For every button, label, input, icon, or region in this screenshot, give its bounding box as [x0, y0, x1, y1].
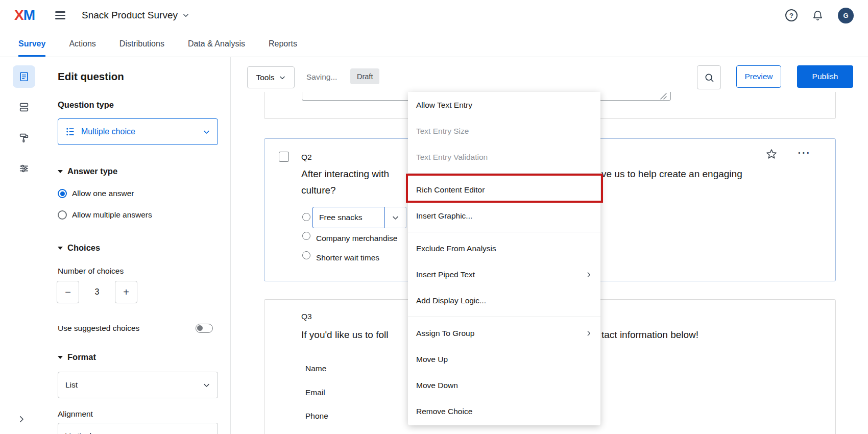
q2-choice3-radio[interactable] — [302, 251, 310, 259]
menu-item-remove-choice[interactable]: Remove Choice — [408, 398, 600, 424]
hamburger-menu-icon[interactable] — [55, 11, 65, 19]
survey-title-dropdown[interactable]: Snack Product Survey — [82, 10, 189, 21]
q2-text-start: After interacting with — [301, 168, 389, 180]
sidebar-item-builder[interactable] — [13, 65, 35, 88]
q3-text-end: tact information below! — [601, 329, 698, 341]
more-options-icon[interactable]: ⋯ — [797, 146, 810, 159]
format-dropdown[interactable]: List — [58, 372, 218, 398]
q2-select-checkbox[interactable] — [279, 152, 289, 162]
edit-question-panel: Edit question Question type Multiple cho… — [49, 57, 231, 434]
sidebar-item-survey-options[interactable] — [13, 157, 35, 180]
survey-options-icon — [18, 163, 30, 174]
use-suggested-choices-toggle[interactable] — [196, 324, 213, 333]
alignment-dropdown[interactable]: Vertical — [58, 423, 218, 434]
q2-choice1-dropdown-button[interactable] — [385, 207, 406, 228]
collapse-caret-icon — [58, 247, 63, 250]
logo-letter-x: X — [14, 7, 23, 23]
use-suggested-choices-label: Use suggested choices — [58, 324, 139, 333]
radio-icon — [58, 210, 67, 220]
menu-divider — [408, 232, 600, 232]
xm-logo: X M — [14, 7, 35, 23]
menu-divider — [408, 317, 600, 317]
menu-item-allow-text-entry[interactable]: Allow Text Entry — [408, 92, 600, 118]
look-and-feel-icon — [18, 132, 30, 143]
alignment-value: Vertical — [65, 431, 91, 434]
primary-nav: Survey Actions Distributions Data & Anal… — [0, 31, 868, 57]
tools-button[interactable]: Tools — [247, 66, 295, 88]
chevron-right-icon — [17, 415, 26, 424]
tab-distributions[interactable]: Distributions — [119, 31, 164, 57]
format-value: List — [65, 380, 78, 390]
radio-selected-icon — [58, 189, 67, 198]
answer-option-multiple[interactable]: Allow multiple answers — [58, 210, 152, 220]
menu-item-assign-to-group[interactable]: Assign To Group — [408, 320, 600, 346]
q3-field-phone-label: Phone — [305, 412, 328, 421]
menu-item-insert-graphic[interactable]: Insert Graphic... — [408, 203, 600, 229]
answer-type-section-header[interactable]: Answer type — [58, 166, 117, 176]
question-id: Q3 — [301, 312, 312, 321]
menu-item-move-up[interactable]: Move Up — [408, 346, 600, 372]
q2-choice2-label[interactable]: Company merchandise — [316, 234, 397, 243]
q2-text-line2: culture? — [301, 185, 336, 196]
draft-badge: Draft — [350, 68, 379, 84]
menu-item-add-display-logic[interactable]: Add Display Logic... — [408, 287, 600, 314]
chevron-down-icon — [182, 12, 189, 19]
chevron-down-icon — [392, 214, 399, 222]
star-icon[interactable] — [765, 148, 778, 160]
tab-survey[interactable]: Survey — [18, 31, 45, 57]
saving-status: Saving... — [306, 73, 337, 82]
menu-item-move-down[interactable]: Move Down — [408, 372, 600, 398]
q3-text-start: If you'd like us to foll — [301, 329, 389, 341]
increase-choices-button[interactable]: + — [115, 281, 137, 303]
question-type-value: Multiple choice — [81, 127, 135, 136]
collapse-caret-icon — [58, 170, 63, 173]
survey-builder-icon — [18, 71, 30, 82]
notifications-bell-icon[interactable] — [812, 10, 824, 21]
multiple-choice-icon — [65, 127, 76, 137]
q2-choice2-radio[interactable] — [302, 232, 310, 240]
sidebar-item-survey-flow[interactable] — [13, 96, 35, 118]
q2-choice1-radio[interactable] — [302, 213, 310, 221]
menu-item-text-entry-validation: Text Entry Validation — [408, 144, 600, 170]
menu-item-rich-content-editor[interactable]: Rich Content Editor — [408, 177, 600, 203]
menu-item-insert-piped-text[interactable]: Insert Piped Text — [408, 261, 600, 287]
collapse-caret-icon — [58, 356, 63, 359]
app-window: X M Snack Product Survey ? G Survey Acti… — [0, 0, 868, 434]
sidebar-item-look-feel[interactable] — [13, 127, 35, 149]
preview-button[interactable]: Preview — [736, 65, 781, 88]
choices-section-header[interactable]: Choices — [58, 243, 100, 253]
number-of-choices-value[interactable]: 3 — [79, 281, 115, 303]
search-icon — [704, 73, 714, 83]
tab-data-analysis[interactable]: Data & Analysis — [188, 31, 245, 57]
survey-flow-icon — [18, 102, 30, 113]
top-header: X M Snack Product Survey ? G — [0, 0, 868, 31]
chevron-down-icon — [279, 74, 286, 81]
publish-button[interactable]: Publish — [797, 65, 853, 88]
question-type-dropdown[interactable]: Multiple choice — [58, 118, 218, 145]
alignment-label: Alignment — [58, 409, 93, 419]
question-type-label: Question type — [58, 100, 114, 110]
format-section-header[interactable]: Format — [58, 352, 96, 362]
resize-handle-icon[interactable] — [660, 92, 667, 102]
menu-divider — [408, 173, 600, 174]
expand-panel-chevron[interactable] — [17, 415, 26, 426]
menu-item-text-entry-size: Text Entry Size — [408, 118, 600, 144]
chevron-down-icon — [203, 381, 210, 389]
tab-reports[interactable]: Reports — [269, 31, 297, 57]
number-of-choices-label: Number of choices — [58, 267, 124, 276]
q3-field-name-label: Name — [305, 364, 326, 373]
search-button[interactable] — [697, 65, 721, 89]
help-icon[interactable]: ? — [785, 9, 798, 21]
decrease-choices-button[interactable]: − — [57, 281, 79, 303]
submenu-chevron-icon — [585, 271, 592, 278]
q2-choice1-input[interactable] — [312, 207, 385, 228]
avatar[interactable]: G — [838, 8, 854, 23]
answer-option-one[interactable]: Allow one answer — [58, 189, 134, 198]
tab-actions[interactable]: Actions — [69, 31, 95, 57]
chevron-down-icon — [203, 128, 210, 136]
chevron-down-icon — [203, 432, 210, 434]
q2-choice3-label[interactable]: Shorter wait times — [316, 253, 379, 262]
left-icon-rail — [0, 57, 49, 434]
menu-item-exclude-from-analysis[interactable]: Exclude From Analysis — [408, 235, 600, 261]
choice-context-menu: Allow Text Entry Text Entry Size Text En… — [408, 92, 600, 425]
